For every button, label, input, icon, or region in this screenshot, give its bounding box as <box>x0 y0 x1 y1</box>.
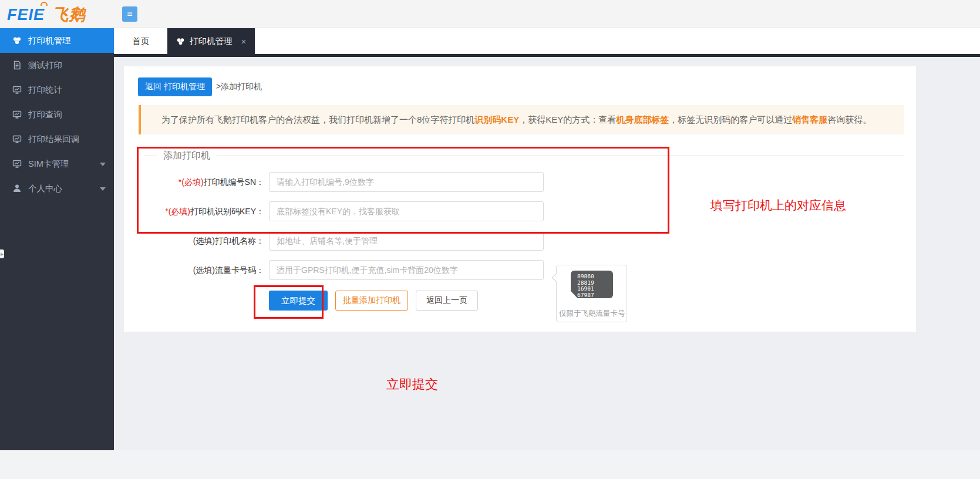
sidebar-item-print-stats[interactable]: 打印统计 <box>0 77 114 102</box>
notice-text: 咨询获得。 <box>827 114 871 124</box>
field-label-sn: *(必填)打印机编号SN： <box>124 172 264 192</box>
tab-label: 首页 <box>132 36 149 47</box>
field-label-key: *(必填)打印机识别码KEY： <box>124 201 264 221</box>
notice-highlight-label: 机身底部标签 <box>616 114 669 124</box>
field-label-sim: (选填)流量卡号码： <box>124 260 264 280</box>
sidebar-item-user-center[interactable]: 个人中心 <box>0 176 114 201</box>
close-icon[interactable]: × <box>241 36 247 46</box>
app-window: FEIE 飞鹅 ≡ 打印机管理 测试打印 打印统计 <box>0 0 980 479</box>
wifi-signal-icon <box>41 2 48 6</box>
printer-cluster-icon <box>176 37 185 46</box>
form-row-name: (选填)打印机名称： <box>124 231 916 251</box>
form-row-sn: *(必填)打印机编号SN： <box>124 172 916 192</box>
tab-printer-management[interactable]: 打印机管理 × <box>167 28 255 54</box>
notice-highlight-support: 销售客服 <box>792 114 827 124</box>
submit-button[interactable]: 立即提交 <box>269 291 328 311</box>
printer-key-input[interactable] <box>269 201 544 221</box>
breadcrumb-trail: >添加打印机 <box>216 82 262 92</box>
brand-logo: FEIE 飞鹅 <box>7 4 86 25</box>
divider <box>144 156 157 156</box>
sidebar-item-label: 打印查询 <box>28 109 62 120</box>
sim-number-line: 67987 <box>577 292 613 299</box>
label-text: (选填)流量卡号码： <box>193 265 264 275</box>
required-mark: *(必填) <box>165 207 190 216</box>
tab-home[interactable]: 首页 <box>114 28 167 54</box>
sidebar-nav: 打印机管理 测试打印 打印统计 打印查询 打印结果回调 <box>0 28 114 450</box>
sidebar-item-sim-management[interactable]: SIM卡管理 <box>0 151 114 176</box>
chart-monitor-icon <box>12 110 22 119</box>
label-text: 打印机编号SN： <box>204 177 264 187</box>
add-printer-card: 返回 打印机管理 >添加打印机 为了保护所有飞鹅打印机客户的合法权益，我们打印机… <box>124 66 916 332</box>
collapse-arrow-icon: ▸ <box>1 251 4 257</box>
sim-number-input[interactable] <box>269 260 544 280</box>
sidebar-item-label: 测试打印 <box>28 60 62 71</box>
hamburger-icon: ≡ <box>127 9 132 19</box>
chart-monitor-icon <box>12 134 22 144</box>
sim-tooltip-caption: 仅限于飞鹅流量卡号 <box>559 309 625 319</box>
sidebar-item-print-callback[interactable]: 打印结果回调 <box>0 127 114 151</box>
sidebar-item-print-query[interactable]: 打印查询 <box>0 102 114 127</box>
printer-cluster-icon <box>12 36 22 45</box>
content-area: 返回 打印机管理 >添加打印机 为了保护所有飞鹅打印机客户的合法权益，我们打印机… <box>114 57 980 450</box>
section-title: 添加打印机 <box>163 150 210 162</box>
chevron-down-icon[interactable] <box>100 187 106 191</box>
logo-text-en: FEIE <box>7 6 45 23</box>
sidebar-item-label: SIM卡管理 <box>28 158 69 170</box>
notice-highlight-key: 识别码KEY <box>474 114 519 124</box>
notice-text: 为了保护所有飞鹅打印机客户的合法权益，我们打印机新增了一个8位字符打印机 <box>161 114 474 124</box>
sidebar-item-label: 打印统计 <box>28 85 62 96</box>
breadcrumb: 返回 打印机管理 >添加打印机 <box>138 77 262 96</box>
sim-card-tooltip: 89860 28819 16901 67987 仅限于飞鹅流量卡号 <box>556 265 627 322</box>
sidebar-collapse-handle[interactable]: ▸ <box>0 249 4 258</box>
document-icon <box>12 60 22 70</box>
notice-banner: 为了保护所有飞鹅打印机客户的合法权益，我们打印机新增了一个8位字符打印机识别码K… <box>139 105 904 134</box>
form-section-legend: 添加打印机 <box>144 150 904 162</box>
sim-number-line: 89860 <box>577 274 613 280</box>
sidebar-item-label: 打印结果回调 <box>28 134 79 145</box>
sim-card-image: 89860 28819 16901 67987 <box>571 271 613 298</box>
required-mark: *(必填) <box>179 177 204 187</box>
chart-monitor-icon <box>12 85 22 95</box>
go-back-button[interactable]: 返回上一页 <box>416 291 478 311</box>
batch-add-button[interactable]: 批量添加打印机 <box>335 291 408 311</box>
sidebar-item-label: 个人中心 <box>28 183 62 194</box>
sidebar-item-test-print[interactable]: 测试打印 <box>0 53 114 77</box>
field-label-name: (选填)打印机名称： <box>124 231 264 251</box>
printer-sn-input[interactable] <box>269 172 544 192</box>
label-text: 打印机识别码KEY： <box>190 207 264 216</box>
logo-text-cn: 飞鹅 <box>53 6 86 23</box>
sim-number-line: 16901 <box>577 286 613 292</box>
divider <box>217 156 904 156</box>
sidebar-item-printer-management[interactable]: 打印机管理 <box>0 28 114 53</box>
tooltip-arrow <box>553 274 557 282</box>
chart-monitor-icon <box>12 159 22 168</box>
printer-name-input[interactable] <box>269 231 544 251</box>
form-row-key: *(必填)打印机识别码KEY： <box>124 201 916 221</box>
sidebar-item-label: 打印机管理 <box>28 35 71 46</box>
tab-bar: 首页 打印机管理 × <box>114 28 980 54</box>
form-row-sim: (选填)流量卡号码： <box>124 260 916 280</box>
sidebar-toggle-button[interactable]: ≡ <box>122 6 137 22</box>
form-buttons: 立即提交 批量添加打印机 返回上一页 <box>269 291 478 311</box>
notice-text: ，标签无识别码的客户可以通过 <box>669 114 792 124</box>
tab-label: 打印机管理 <box>190 36 233 47</box>
notice-text: ，获得KEY的方式：查看 <box>519 114 616 124</box>
top-header: FEIE 飞鹅 ≡ <box>0 0 980 28</box>
label-text: (选填)打印机名称： <box>193 236 264 245</box>
back-to-printer-management-button[interactable]: 返回 打印机管理 <box>138 77 212 96</box>
chevron-down-icon[interactable] <box>100 163 106 166</box>
user-icon <box>12 184 22 193</box>
